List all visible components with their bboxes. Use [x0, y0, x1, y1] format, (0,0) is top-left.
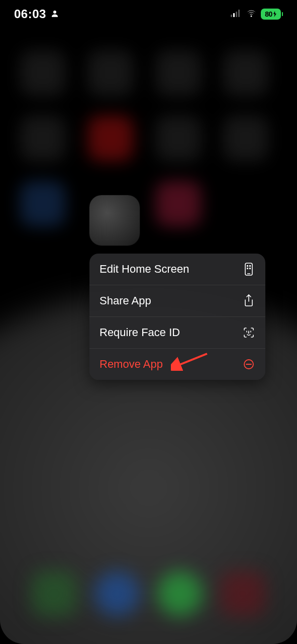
profile-icon: [50, 7, 59, 21]
app-blurred: [156, 181, 201, 226]
home-screen-apps-blurred: [20, 50, 277, 226]
svg-rect-9: [249, 268, 251, 269]
faceid-icon: [242, 326, 255, 339]
share-icon: [242, 294, 255, 307]
battery-indicator: 80: [261, 9, 283, 20]
svg-rect-4: [238, 10, 240, 17]
app-blurred: [20, 50, 65, 96]
remove-circle-icon: [242, 358, 255, 371]
selected-app-icon[interactable]: [89, 195, 140, 246]
menu-item-edit-home-screen[interactable]: Edit Home Screen: [89, 254, 265, 285]
svg-rect-6: [247, 265, 248, 267]
app-blurred: [20, 116, 65, 161]
battery-percent: 80: [265, 10, 272, 18]
svg-rect-8: [247, 268, 248, 269]
svg-rect-3: [236, 12, 237, 17]
dock-app-blurred: [32, 571, 77, 616]
svg-point-0: [53, 11, 56, 14]
status-bar: 06:03 80: [0, 0, 297, 28]
app-blurred: [20, 181, 65, 226]
status-time: 06:03: [14, 7, 46, 21]
svg-rect-7: [249, 265, 251, 267]
app-blurred: [156, 50, 201, 96]
dock-app-blurred: [157, 571, 203, 616]
app-blurred: [88, 116, 133, 161]
cellular-signal-icon: [231, 9, 242, 19]
menu-item-label: Edit Home Screen: [100, 263, 189, 276]
menu-item-require-face-id[interactable]: Require Face ID: [89, 317, 265, 349]
dock-app-blurred: [94, 571, 140, 616]
menu-item-label: Remove App: [100, 358, 163, 371]
menu-item-label: Share App: [100, 294, 151, 307]
menu-item-label: Require Face ID: [100, 326, 180, 339]
context-menu: Edit Home Screen Share App Require Face …: [89, 254, 265, 380]
app-blurred: [223, 50, 268, 96]
app-blurred: [88, 50, 133, 96]
svg-rect-1: [231, 15, 232, 17]
dock-blurred: [23, 564, 274, 624]
dock-app-blurred: [220, 571, 265, 616]
menu-item-remove-app[interactable]: Remove App: [89, 349, 265, 380]
phone-home-icon: [242, 263, 255, 276]
svg-rect-2: [233, 13, 235, 17]
app-blurred: [156, 116, 201, 161]
app-blurred: [223, 116, 268, 161]
menu-item-share-app[interactable]: Share App: [89, 285, 265, 317]
wifi-icon: [246, 9, 257, 19]
